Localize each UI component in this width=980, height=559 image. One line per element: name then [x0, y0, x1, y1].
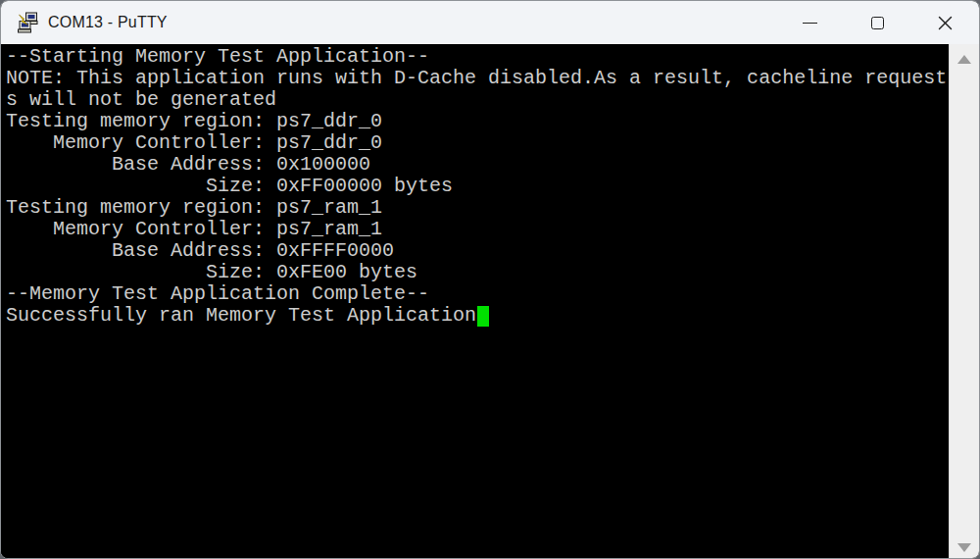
window-body: --Starting Memory Test Application--NOTE… [1, 44, 979, 558]
window-title: COM13 - PuTTY [48, 14, 168, 31]
terminal-line-text: --Starting Memory Test Application-- [6, 45, 429, 68]
terminal-line: Successfully ran Memory Test Application [6, 305, 949, 327]
terminal-line: s will not be generated [6, 89, 949, 111]
terminal-line: Size: 0xFF00000 bytes [6, 176, 949, 197]
maximize-icon [871, 17, 884, 29]
title-bar[interactable]: COM13 - PuTTY [1, 1, 979, 44]
terminal-line: Memory Controller: ps7_ram_1 [6, 219, 949, 240]
terminal-line-text: Memory Controller: ps7_ddr_0 [6, 131, 382, 154]
terminal-line: Testing memory region: ps7_ddr_0 [6, 111, 949, 132]
terminal-line-text: Testing memory region: ps7_ram_1 [6, 196, 382, 219]
window-controls [776, 1, 979, 44]
terminal-line: --Starting Memory Test Application-- [6, 46, 949, 68]
scrollbar[interactable] [949, 44, 979, 558]
terminal-line: Base Address: 0x100000 [6, 154, 949, 176]
terminal-line-text: Successfully ran Memory Test Application [6, 304, 476, 327]
terminal-line: --Memory Test Application Complete-- [6, 283, 949, 305]
terminal-line-text: NOTE: This application runs with D-Cache… [6, 67, 947, 89]
terminal-line-text: Testing memory region: ps7_ddr_0 [6, 110, 382, 132]
terminal-line: Base Address: 0xFFFF0000 [6, 240, 949, 262]
terminal-line: Size: 0xFE00 bytes [6, 262, 949, 283]
putty-window: COM13 - PuTTY --Starting Memory Test App… [0, 0, 980, 559]
minimize-icon [803, 23, 817, 24]
terminal-cursor [477, 306, 489, 327]
scroll-up-arrow-icon[interactable] [957, 55, 971, 64]
terminal-line-text: Size: 0xFF00000 bytes [6, 175, 453, 197]
close-button[interactable] [911, 1, 979, 44]
minimize-button[interactable] [776, 1, 844, 44]
terminal-line-text: Base Address: 0xFFFF0000 [6, 239, 394, 262]
close-icon [938, 16, 953, 30]
terminal-line-text: Memory Controller: ps7_ram_1 [6, 218, 382, 240]
terminal-screen[interactable]: --Starting Memory Test Application--NOTE… [1, 44, 949, 558]
terminal-line-text: Size: 0xFE00 bytes [6, 261, 417, 283]
terminal-line-text: --Memory Test Application Complete-- [6, 282, 429, 305]
putty-app-icon [17, 12, 38, 33]
terminal-line: Testing memory region: ps7_ram_1 [6, 197, 949, 219]
maximize-button[interactable] [844, 1, 911, 44]
terminal-line-text: s will not be generated [6, 88, 276, 111]
scroll-down-arrow-icon[interactable] [957, 543, 971, 552]
terminal-line-text: Base Address: 0x100000 [6, 153, 370, 176]
terminal-line: NOTE: This application runs with D-Cache… [6, 68, 949, 89]
terminal-line: Memory Controller: ps7_ddr_0 [6, 132, 949, 154]
